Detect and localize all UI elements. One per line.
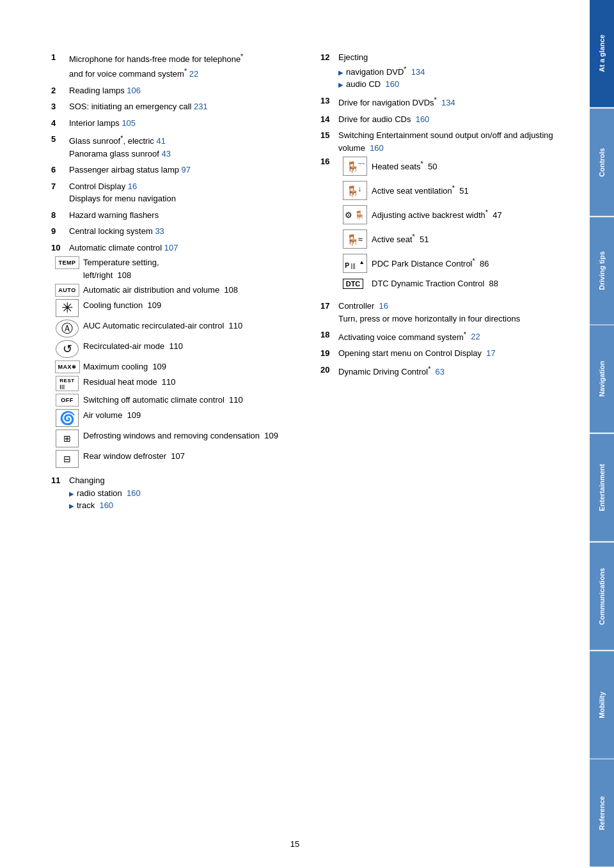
dtc-label: DTC bbox=[343, 279, 364, 289]
climate-cooling: ✳ Cooling function 109 bbox=[51, 299, 295, 317]
backrest-page: 47 bbox=[492, 211, 501, 221]
entry-num-18: 18 bbox=[320, 329, 338, 343]
entry-4: 4 Interior lamps 105 bbox=[51, 117, 295, 130]
entry-3-page: 231 bbox=[194, 102, 208, 111]
rest-text: Residual heat mode 110 bbox=[83, 376, 295, 389]
entry-12: 12 Ejecting ▶navigation DVD* 134 ▶audio … bbox=[320, 51, 564, 91]
rear-defrost-page: 107 bbox=[171, 451, 185, 461]
entry-14: 14 Drive for audio CDs 160 bbox=[320, 113, 564, 126]
recirc-icon-area: ↺ bbox=[51, 340, 83, 358]
entry-content-1: Microphone for hands-free mode for telep… bbox=[69, 51, 295, 81]
climate-defrost: ⊞ Defrosting windows and removing conden… bbox=[51, 430, 295, 447]
cooling-icon: ✳ bbox=[56, 299, 79, 317]
auc-page: 110 bbox=[229, 321, 243, 330]
entry-content-12: Ejecting ▶navigation DVD* 134 ▶audio CD … bbox=[338, 51, 564, 91]
backrest-icon: ⚙ 🪑 bbox=[343, 205, 367, 224]
entry-content-5: Glass sunroof*, electric 41 Panorama gla… bbox=[69, 133, 295, 160]
entry-20-page: 63 bbox=[436, 367, 445, 376]
entry-9-text: Central locking system bbox=[69, 226, 155, 236]
svg-text:≈: ≈ bbox=[358, 235, 363, 244]
entry-4-page: 105 bbox=[122, 118, 136, 128]
entry-20: 20 Dynamic Driving Control* 63 bbox=[320, 364, 564, 378]
entry-16-rows: 🪑 ~~ Heated seats* 50 bbox=[338, 157, 564, 295]
sidebar-tab-at-a-glance[interactable]: At a glance bbox=[590, 0, 614, 107]
two-col-layout: 1 Microphone for hands-free mode for tel… bbox=[51, 51, 564, 516]
left-column: 1 Microphone for hands-free mode for tel… bbox=[51, 51, 295, 516]
entry-8-text: Hazard warning flashers bbox=[69, 210, 159, 220]
entry-num-11: 11 bbox=[51, 474, 69, 512]
climate-auto: AUTO Automatic air distribution and volu… bbox=[51, 284, 295, 297]
sidebar-tab-reference[interactable]: Reference bbox=[590, 759, 614, 867]
max-text: Maximum cooling 109 bbox=[83, 360, 295, 373]
auto-text: Automatic air distribution and volume 10… bbox=[83, 284, 295, 297]
max-icon: MAX❄ bbox=[55, 360, 80, 373]
svg-text:▲: ▲ bbox=[359, 259, 365, 265]
entry-13-page: 134 bbox=[441, 98, 455, 107]
sidebar-tab-mobility[interactable]: Mobility bbox=[590, 651, 614, 759]
entry-19-page: 17 bbox=[486, 348, 495, 358]
entry-11-sub2: track bbox=[77, 500, 99, 510]
svg-text:P: P bbox=[345, 262, 349, 269]
temp-icon-area: TEMP bbox=[51, 256, 83, 269]
entry-1: 1 Microphone for hands-free mode for tel… bbox=[51, 51, 295, 81]
climate-airvolume: 🌀 Air volume 109 bbox=[51, 409, 295, 427]
entry-6: 6 Passenger airbag status lamp 97 bbox=[51, 164, 295, 176]
row-seat-vent: 🪑 ↓ Active seat ventilation* 51 bbox=[338, 181, 564, 200]
entry-12-sub2-page: 160 bbox=[385, 79, 399, 89]
entry-num-5: 5 bbox=[51, 133, 69, 160]
backrest-icon-area: ⚙ 🪑 bbox=[338, 205, 372, 224]
entry-18: 18 Activating voice command system* 22 bbox=[320, 329, 564, 343]
climate-rear-defrost: ⊟ Rear window defroster 107 bbox=[51, 450, 295, 468]
entry-num-4: 4 bbox=[51, 117, 69, 130]
entry-content-18: Activating voice command system* 22 bbox=[338, 329, 564, 343]
svg-text:⚙: ⚙ bbox=[345, 210, 352, 220]
entry-num-6: 6 bbox=[51, 164, 69, 176]
sidebar-tab-communications[interactable]: Communications bbox=[590, 543, 614, 650]
auto-icon: AUTO bbox=[55, 284, 79, 297]
rear-defrost-icon-area: ⊟ bbox=[51, 450, 83, 468]
entry-content-11: Changing ▶radio station 160 ▶track 160 bbox=[69, 474, 295, 512]
entry-10-page: 107 bbox=[164, 243, 178, 252]
entry-2-text: Reading lamps bbox=[69, 86, 127, 95]
entry-content-6: Passenger airbag status lamp 97 bbox=[69, 164, 295, 176]
entry-19-text: Opening start menu on Control Display bbox=[338, 348, 486, 358]
entry-num-9: 9 bbox=[51, 225, 69, 238]
cooling-icon-area: ✳ bbox=[51, 299, 83, 317]
entry-1-page: 22 bbox=[189, 69, 198, 79]
entry-2-page: 106 bbox=[127, 86, 141, 95]
entry-19: 19 Opening start menu on Control Display… bbox=[320, 347, 564, 360]
climate-rest: REST||| Residual heat mode 110 bbox=[51, 376, 295, 391]
entry-num-10: 10 bbox=[51, 242, 69, 254]
entry-5-sub: Panorama glass sunroof bbox=[69, 149, 162, 159]
entry-content-14: Drive for audio CDs 160 bbox=[338, 113, 564, 126]
airvolume-page: 109 bbox=[127, 410, 141, 420]
entry-13: 13 Drive for navigation DVDs* 134 bbox=[320, 95, 564, 109]
entry-11-text: Changing bbox=[69, 476, 105, 485]
entry-12-sub2: audio CD bbox=[346, 79, 385, 89]
entry-5-page: 41 bbox=[156, 136, 165, 146]
entry-11-arrow1: ▶ bbox=[69, 490, 74, 497]
entry-10: 10 Automatic climate control 107 bbox=[51, 242, 295, 254]
entry-num-3: 3 bbox=[51, 100, 69, 113]
dtc-icon-area: DTC bbox=[338, 279, 372, 289]
svg-text:🪑: 🪑 bbox=[354, 210, 365, 221]
row-active-seat: 🪑 ≈ Active seat* 51 bbox=[338, 229, 564, 249]
sidebar-tab-driving-tips[interactable]: Driving tips bbox=[590, 217, 614, 325]
dtc-page: 88 bbox=[489, 279, 498, 288]
entry-num-12: 12 bbox=[320, 51, 338, 91]
entry-11-sub1: radio station bbox=[77, 488, 127, 498]
entry-num-19: 19 bbox=[320, 347, 338, 360]
sidebar-tab-entertainment[interactable]: Entertainment bbox=[590, 434, 614, 541]
entry-content-20: Dynamic Driving Control* 63 bbox=[338, 364, 564, 378]
entry-12-arrow1: ▶ bbox=[338, 69, 343, 76]
entry-13-text: Drive for navigation DVDs* bbox=[338, 98, 441, 107]
defrost-icon: ⊞ bbox=[56, 430, 79, 447]
rest-icon-area: REST||| bbox=[51, 376, 83, 391]
sidebar-tab-controls[interactable]: Controls bbox=[590, 109, 614, 216]
recirc-icon: ↺ bbox=[56, 340, 79, 358]
entry-content-2: Reading lamps 106 bbox=[69, 84, 295, 97]
sidebar-tab-navigation[interactable]: Navigation bbox=[590, 325, 614, 433]
pdc-page: 86 bbox=[480, 260, 489, 269]
seat-vent-icon-area: 🪑 ↓ bbox=[338, 181, 372, 200]
entry-num-8: 8 bbox=[51, 209, 69, 222]
